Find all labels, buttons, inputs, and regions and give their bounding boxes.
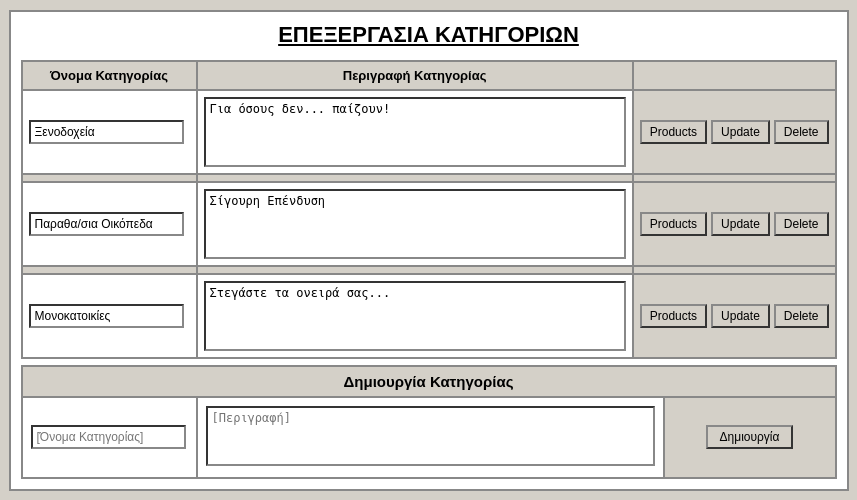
table-row: ProductsUpdateDelete — [22, 274, 836, 358]
category-desc-cell — [197, 182, 633, 266]
separator-row — [22, 174, 836, 182]
col-name-header: Όνομα Κατηγορίας — [22, 61, 197, 90]
products-button[interactable]: Products — [640, 120, 707, 144]
col-actions-header — [633, 61, 836, 90]
delete-button[interactable]: Delete — [774, 212, 829, 236]
category-actions-cell: ProductsUpdateDelete — [633, 274, 836, 358]
category-desc-cell — [197, 90, 633, 174]
create-section: Δημιουργία Κατηγορίας Δημιουργία — [21, 365, 837, 479]
category-name-cell — [22, 90, 197, 174]
separator-row — [22, 266, 836, 274]
main-container: ΕΠΕΞΕΡΓΑΣΙΑ ΚΑΤΗΓΟΡΙΩΝ Όνομα Κατηγορίας … — [9, 10, 849, 491]
create-name-cell — [23, 398, 198, 477]
create-button[interactable]: Δημιουργία — [706, 425, 794, 449]
update-button[interactable]: Update — [711, 304, 770, 328]
create-desc-textarea[interactable] — [206, 406, 655, 466]
category-table: Όνομα Κατηγορίας Περιγραφή Κατηγορίας Pr… — [21, 60, 837, 359]
create-action-cell: Δημιουργία — [665, 398, 835, 477]
products-button[interactable]: Products — [640, 212, 707, 236]
category-desc-textarea[interactable] — [204, 189, 626, 259]
table-header-row: Όνομα Κατηγορίας Περιγραφή Κατηγορίας — [22, 61, 836, 90]
category-name-cell — [22, 182, 197, 266]
category-desc-textarea[interactable] — [204, 281, 626, 351]
category-desc-textarea[interactable] — [204, 97, 626, 167]
update-button[interactable]: Update — [711, 120, 770, 144]
category-name-input[interactable] — [29, 212, 184, 236]
delete-button[interactable]: Delete — [774, 120, 829, 144]
create-section-body: Δημιουργία — [23, 398, 835, 477]
category-actions-cell: ProductsUpdateDelete — [633, 182, 836, 266]
category-name-cell — [22, 274, 197, 358]
table-row: ProductsUpdateDelete — [22, 90, 836, 174]
col-desc-header: Περιγραφή Κατηγορίας — [197, 61, 633, 90]
create-section-header: Δημιουργία Κατηγορίας — [23, 367, 835, 398]
page-title: ΕΠΕΞΕΡΓΑΣΙΑ ΚΑΤΗΓΟΡΙΩΝ — [21, 22, 837, 48]
category-name-input[interactable] — [29, 304, 184, 328]
products-button[interactable]: Products — [640, 304, 707, 328]
create-desc-cell — [198, 398, 665, 477]
table-row: ProductsUpdateDelete — [22, 182, 836, 266]
update-button[interactable]: Update — [711, 212, 770, 236]
category-desc-cell — [197, 274, 633, 358]
create-name-input[interactable] — [31, 425, 186, 449]
category-actions-cell: ProductsUpdateDelete — [633, 90, 836, 174]
category-name-input[interactable] — [29, 120, 184, 144]
delete-button[interactable]: Delete — [774, 304, 829, 328]
